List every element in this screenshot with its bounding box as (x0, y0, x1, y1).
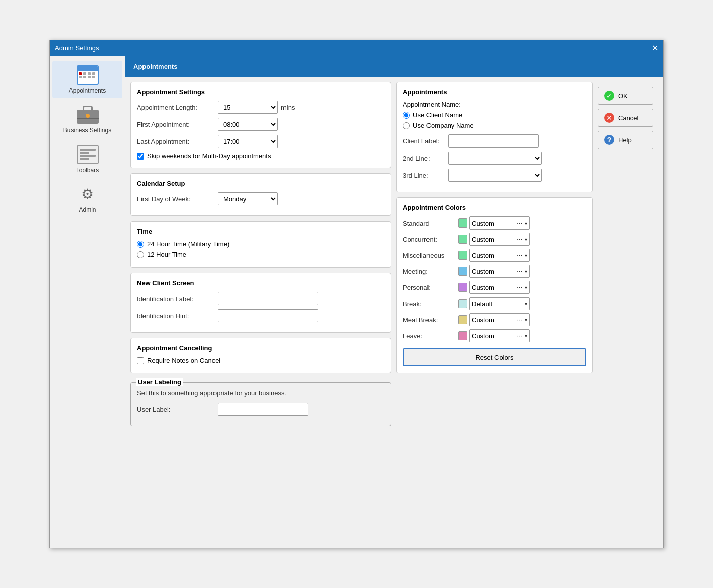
color-row-leave: Leave: Custom ··· ▾ (403, 329, 586, 342)
color-value-standard: Custom (472, 219, 515, 227)
color-dropdown-meeting[interactable]: Custom ··· ▾ (469, 265, 530, 278)
use-client-label[interactable]: Use Client Name (413, 111, 462, 119)
reset-colors-button[interactable]: Reset Colors (403, 348, 586, 366)
right-panel: Appointments Appointment Name: Use Clien… (396, 82, 593, 543)
color-label-break: Break: (403, 300, 458, 308)
help-button[interactable]: ? Help (598, 131, 653, 149)
time-12-radio[interactable] (137, 251, 144, 258)
color-swatch-concurrent (458, 235, 467, 244)
color-value-break: Default (472, 300, 523, 308)
chevron-down-icon: ▾ (525, 237, 527, 242)
color-dots-standard: ··· (517, 220, 523, 226)
sidebar-item-appointments[interactable]: Appointments (52, 61, 122, 98)
ok-label: OK (618, 92, 628, 100)
id-label-input[interactable]: Identification (218, 292, 318, 305)
color-row-meeting: Meeting: Custom ··· ▾ (403, 265, 586, 278)
appt-length-select[interactable]: 15 10 20 30 (218, 101, 278, 114)
time-title: Time (137, 228, 385, 235)
id-label-label: Identification Label: (137, 295, 218, 303)
color-value-miscellaneous: Custom (472, 252, 515, 259)
last-appt-select[interactable]: 17:00 16:00 18:00 (218, 135, 278, 148)
user-labeling-desc: Set this to something appropriate for yo… (137, 389, 385, 398)
color-dropdown-miscellaneous[interactable]: Custom ··· ▾ (469, 249, 530, 262)
color-swatch-standard (458, 218, 467, 228)
window-body: Appointments Business Settings (50, 56, 663, 548)
colors-title: Appointment Colors (403, 204, 586, 211)
color-swatch-miscellaneous (458, 251, 467, 260)
appointment-colors-section: Appointment Colors Standard Custom ··· ▾ (396, 197, 593, 373)
color-swatch-personal (458, 283, 467, 292)
action-buttons: ✓ OK ✕ Cancel ? Help (598, 82, 658, 543)
ok-button[interactable]: ✓ OK (598, 87, 653, 105)
use-company-radio[interactable] (403, 122, 410, 129)
sidebar-item-business-label: Business Settings (63, 127, 111, 134)
skip-weekends-checkbox[interactable] (137, 153, 144, 160)
title-bar: Admin Settings ✕ (50, 40, 663, 56)
admin-settings-window: Admin Settings ✕ Appointments (49, 40, 664, 548)
id-hint-input[interactable]: Client No, Patient No, etc (218, 309, 318, 322)
color-dropdown-leave[interactable]: Custom ··· ▾ (469, 329, 530, 342)
new-client-section: New Client Screen Identification Label: … (130, 273, 391, 333)
third-line-select[interactable]: Phone Email (448, 169, 542, 182)
first-appt-select[interactable]: 08:00 07:00 07:30 (218, 118, 278, 131)
help-icon: ? (604, 135, 614, 145)
time-24-label[interactable]: 24 Hour Time (Military Time) (147, 240, 229, 248)
color-dropdown-meal-break[interactable]: Custom ··· ▾ (469, 313, 530, 326)
ok-icon: ✓ (604, 91, 614, 101)
user-label-input[interactable]: User (218, 403, 308, 416)
first-day-label: First Day of Week: (137, 195, 218, 203)
appt-name-label: Appointment Name: (403, 101, 586, 108)
color-dropdown-standard[interactable]: Custom ··· ▾ (469, 216, 530, 230)
cancelling-section: Appointment Cancelling Require Notes on … (130, 338, 391, 373)
sidebar-item-appointments-label: Appointments (69, 87, 106, 94)
color-row-concurrent: Concurrent: Custom ··· ▾ (403, 233, 586, 246)
time-12-row: 12 Hour Time (137, 251, 385, 258)
user-label-row: User Label: User (137, 403, 385, 416)
chevron-down-icon: ▾ (525, 317, 527, 323)
first-appt-label: First Appointment: (137, 121, 218, 128)
color-row-meal-break: Meal Break: Custom ··· ▾ (403, 313, 586, 326)
color-dropdown-concurrent[interactable]: Custom ··· ▾ (469, 233, 530, 246)
appt-length-unit: mins (281, 104, 295, 111)
id-label-row: Identification Label: Identification (137, 292, 385, 305)
use-client-radio[interactable] (403, 112, 410, 119)
appt-settings-title: Appointment Settings (137, 88, 385, 96)
require-notes-label[interactable]: Require Notes on Cancel (147, 357, 220, 364)
first-day-select[interactable]: Monday Sunday Tuesday (218, 192, 278, 205)
cancel-icon: ✕ (604, 113, 614, 123)
color-label-personal: Personal: (403, 284, 458, 291)
color-value-personal: Custom (472, 284, 515, 291)
use-company-label[interactable]: Use Company Name (413, 122, 474, 129)
sidebar-item-admin[interactable]: ⚙ Admin (52, 180, 122, 217)
last-appt-label: Last Appointment: (137, 138, 218, 145)
color-label-leave: Leave: (403, 332, 458, 340)
sidebar-item-business-settings[interactable]: Business Settings (52, 101, 122, 138)
time-12-label[interactable]: 12 Hour Time (147, 251, 186, 258)
last-appt-row: Last Appointment: 17:00 16:00 18:00 (137, 135, 385, 148)
user-labeling-wrapper: User Labeling Set this to something appr… (130, 378, 391, 428)
main-content: Appointments Appointment Settings Appoin… (125, 56, 663, 548)
second-line-select[interactable]: Phone Email (448, 152, 542, 165)
sidebar-item-toolbars-label: Toolbars (76, 167, 99, 174)
color-dropdown-personal[interactable]: Custom ··· ▾ (469, 281, 530, 294)
client-label-label: Client Label: (403, 137, 448, 145)
color-swatch-meal-break (458, 315, 467, 324)
skip-weekends-label[interactable]: Skip weekends for Multi-Day appointments (147, 152, 271, 160)
color-label-standard: Standard (403, 219, 458, 227)
sidebar-item-toolbars[interactable]: Toolbars (52, 140, 122, 178)
time-24-radio[interactable] (137, 241, 144, 248)
appt-name-radio-group: Use Client Name Use Company Name (403, 111, 586, 129)
color-dots-meal-break: ··· (517, 317, 523, 323)
close-button[interactable]: ✕ (652, 43, 658, 53)
cancel-button[interactable]: ✕ Cancel (598, 109, 653, 127)
left-panel: Appointment Settings Appointment Length:… (130, 82, 391, 543)
color-dropdown-break[interactable]: Default ▾ (469, 297, 530, 310)
require-notes-checkbox[interactable] (137, 357, 144, 364)
client-label-input[interactable]: Client (448, 134, 539, 148)
id-hint-label: Identification Hint: (137, 312, 218, 320)
color-dots-meeting: ··· (517, 268, 523, 274)
user-labeling-legend: User Labeling (136, 378, 183, 386)
chevron-down-icon: ▾ (525, 301, 527, 307)
chevron-down-icon: ▾ (525, 285, 527, 290)
use-company-row: Use Company Name (403, 122, 586, 129)
